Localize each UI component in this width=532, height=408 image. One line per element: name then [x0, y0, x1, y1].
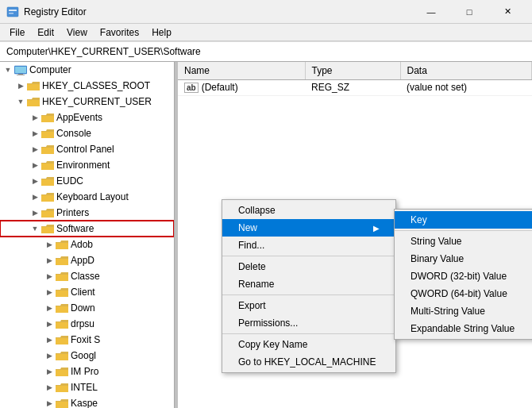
- tree-scroll[interactable]: ▼ Computer ▶ HKEY_CLASSES_ROOT: [0, 62, 174, 408]
- expand-console: ▶: [29, 127, 41, 140]
- sub-qword-label: QWORD (64-bit) Value: [411, 288, 507, 299]
- tree-item-intel[interactable]: ▶ INTEL: [0, 379, 174, 395]
- close-button[interactable]: ✕: [489, 3, 526, 21]
- sub-binary[interactable]: Binary Value: [395, 250, 532, 268]
- svg-rect-21: [56, 306, 68, 313]
- ctx-collapse[interactable]: Collapse: [222, 202, 395, 219]
- ctx-new-label: New: [238, 222, 257, 233]
- folder-icon-eudc: [41, 176, 54, 187]
- folder-icon-googl: [56, 351, 68, 361]
- ctx-permissions[interactable]: Permissions...: [222, 314, 395, 332]
- sub-dword[interactable]: DWORD (32-bit) Value: [395, 268, 532, 285]
- sub-multistring[interactable]: Multi-String Value: [395, 302, 532, 320]
- folder-icon-console: [41, 129, 54, 139]
- row-type: REG_SZ: [305, 79, 400, 95]
- col-type: Type: [305, 62, 400, 79]
- expand-computer: ▼: [2, 64, 14, 76]
- tree-item-control-panel[interactable]: ▶ Control Panel: [0, 141, 174, 157]
- main-area: ▼ Computer ▶ HKEY_CLASSES_ROOT: [0, 62, 532, 408]
- svg-rect-12: [41, 164, 54, 170]
- tree-item-eudc[interactable]: ▶ EUDC: [0, 173, 174, 189]
- ctx-copy-key[interactable]: Copy Key Name: [222, 336, 395, 353]
- tree-item-environment[interactable]: ▶ Environment: [0, 157, 174, 173]
- ctx-delete[interactable]: Delete: [222, 258, 395, 275]
- tree-item-console[interactable]: ▶ Console: [0, 125, 174, 141]
- svg-rect-2: [9, 13, 13, 14]
- computer-icon: [14, 65, 27, 75]
- menu-help[interactable]: Help: [145, 25, 178, 40]
- tree-item-software[interactable]: ▼ Software: [0, 221, 174, 237]
- menu-file[interactable]: File: [3, 25, 31, 40]
- tree-item-down[interactable]: ▶ Down: [0, 300, 174, 316]
- title-bar-left: Registry Editor: [6, 6, 87, 18]
- ctx-find[interactable]: Find...: [222, 237, 395, 254]
- tree-item-drpsu[interactable]: ▶ drpsu: [0, 316, 174, 332]
- ctx-find-label: Find...: [238, 240, 264, 251]
- svg-rect-10: [41, 132, 54, 138]
- ctx-goto[interactable]: Go to HKEY_LOCAL_MACHINE: [222, 353, 395, 371]
- ctx-rename[interactable]: Rename: [222, 275, 395, 293]
- expand-current-user: ▼: [14, 95, 27, 108]
- tree-item-printers[interactable]: ▶ Printers: [0, 205, 174, 221]
- folder-icon-adobe: [56, 240, 68, 250]
- sub-qword[interactable]: QWORD (64-bit) Value: [395, 285, 532, 302]
- folder-icon-foxit: [56, 335, 68, 345]
- svg-rect-26: [56, 386, 68, 392]
- ctx-sep1: [222, 256, 395, 256]
- data-table: Name Type Data ab(Default) REG_SZ (value…: [178, 62, 532, 96]
- tree-label-classes-root: HKEY_CLASSES_ROOT: [42, 80, 150, 91]
- minimize-button[interactable]: —: [413, 3, 449, 21]
- maximize-button[interactable]: □: [451, 3, 488, 21]
- window-title: Registry Editor: [24, 6, 87, 17]
- menu-edit[interactable]: Edit: [31, 25, 60, 40]
- ctx-rename-label: Rename: [238, 279, 274, 290]
- context-menu: Collapse New ▶ Find... Delete Rename Exp…: [222, 199, 396, 373]
- ctx-sep2: [222, 294, 395, 295]
- tree-item-classes[interactable]: ▶ Classe: [0, 268, 174, 284]
- expand-software: ▼: [29, 222, 41, 235]
- ctx-new[interactable]: New ▶: [222, 219, 395, 237]
- expand-im-pro: ▶: [43, 365, 56, 378]
- svg-rect-27: [56, 402, 68, 408]
- svg-rect-22: [56, 322, 68, 329]
- sub-dword-label: DWORD (32-bit) Value: [411, 271, 507, 282]
- tree-item-googl[interactable]: ▶ Googl: [0, 348, 174, 364]
- tree-item-keyboard-layout[interactable]: ▶ Keyboard Layout: [0, 189, 174, 205]
- svg-rect-20: [56, 291, 68, 297]
- folder-icon-classes: [56, 271, 68, 282]
- tree-label-classes: Classe: [71, 271, 100, 282]
- svg-rect-17: [56, 243, 68, 249]
- tree-item-appevents[interactable]: ▶ AppEvents: [0, 110, 174, 125]
- tree-item-classes-root[interactable]: ▶ HKEY_CLASSES_ROOT: [0, 78, 174, 94]
- folder-icon-drpsu: [56, 319, 68, 329]
- svg-rect-24: [56, 354, 68, 360]
- expand-kaspe: ▶: [43, 397, 56, 408]
- tree-item-adobe[interactable]: ▶ Adob: [0, 237, 174, 252]
- sub-multistring-label: Multi-String Value: [411, 306, 485, 317]
- tree-item-foxit[interactable]: ▶ Foxit S: [0, 332, 174, 348]
- tree-item-current-user[interactable]: ▼ HKEY_CURRENT_USER: [0, 94, 174, 110]
- tree-label-software: Software: [56, 223, 94, 234]
- sub-key[interactable]: Key: [395, 211, 532, 229]
- tree-item-appd[interactable]: ▶ AppD: [0, 252, 174, 268]
- tree-label-current-user: HKEY_CURRENT_USER: [42, 96, 152, 107]
- tree-item-client[interactable]: ▶ Client: [0, 284, 174, 300]
- expand-foxit: ▶: [43, 333, 56, 346]
- tree-label-appd: AppD: [71, 255, 94, 266]
- title-bar-controls: — □ ✕: [413, 3, 526, 21]
- row-name: ab(Default): [178, 79, 305, 95]
- tree-item-kaspe[interactable]: ▶ Kaspe: [0, 395, 174, 408]
- title-bar: Registry Editor — □ ✕: [0, 0, 532, 24]
- sub-expandable[interactable]: Expandable String Value: [395, 320, 532, 337]
- ctx-copy-key-label: Copy Key Name: [238, 339, 307, 350]
- menu-view[interactable]: View: [60, 25, 94, 40]
- svg-rect-14: [41, 195, 54, 202]
- ctx-export[interactable]: Export: [222, 297, 395, 314]
- tree-item-computer[interactable]: ▼ Computer: [0, 62, 174, 78]
- sub-string[interactable]: String Value: [395, 233, 532, 250]
- menu-favorites[interactable]: Favorites: [94, 25, 145, 40]
- table-row[interactable]: ab(Default) REG_SZ (value not set): [178, 79, 532, 95]
- tree-label-adobe: Adob: [71, 239, 93, 250]
- ctx-new-arrow: ▶: [373, 224, 380, 233]
- tree-item-im-pro[interactable]: ▶ IM Pro: [0, 364, 174, 379]
